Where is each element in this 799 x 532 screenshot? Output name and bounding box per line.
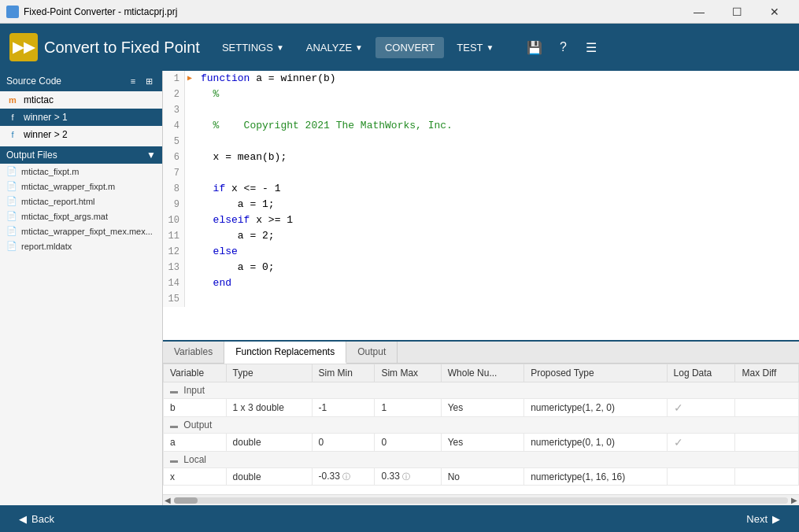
cell-a-logdata: ✓ xyxy=(667,434,735,452)
line-marker-12 xyxy=(185,244,194,260)
scroll-left-icon[interactable]: ◀ xyxy=(165,496,171,504)
output-file-icon6: 📄 xyxy=(6,241,17,251)
output-file-icon: 📄 xyxy=(6,166,17,176)
file-icon-f2: f xyxy=(6,128,19,141)
table-row-b: b 1 x 3 double -1 1 Yes numerictype(1, 2… xyxy=(164,399,799,417)
output-item-mldatx[interactable]: 📄 report.mldatx xyxy=(0,238,162,253)
tab-function-replacements[interactable]: Function Replacements xyxy=(224,342,346,364)
line-marker-8 xyxy=(185,181,194,197)
test-button[interactable]: TEST ▼ xyxy=(447,37,503,58)
output-file-icon2: 📄 xyxy=(6,181,17,191)
menu-button[interactable]: ☰ xyxy=(579,35,604,60)
cell-b-var: b xyxy=(164,399,227,417)
code-line-14: 14 end xyxy=(163,275,799,291)
source-code-label: Source Code xyxy=(6,76,61,87)
maximize-button[interactable]: ☐ xyxy=(719,0,755,24)
tab-output[interactable]: Output xyxy=(346,342,398,363)
cell-x-type: double xyxy=(226,468,312,486)
cell-b-type: 1 x 3 double xyxy=(226,399,312,417)
next-arrow-icon: ▶ xyxy=(772,513,780,525)
output-item-label: mtictac_wrapper_fixpt.m xyxy=(21,182,115,191)
line-marker-4 xyxy=(185,118,194,134)
expand-local-icon[interactable]: ▬ xyxy=(170,456,178,464)
code-editor-area: 1 ▶ function a = winner(b) 2 % 3 xyxy=(163,71,799,340)
output-item-label: mtictac_report.html xyxy=(21,197,95,206)
line-marker-11 xyxy=(185,228,194,244)
output-item-label: mtictac_fixpt.m xyxy=(21,167,79,176)
check-a-logdata: ✓ xyxy=(674,436,683,449)
cell-b-simmax: 1 xyxy=(375,399,441,417)
line-marker-7 xyxy=(185,165,194,181)
footer: ◀ Back Next ▶ xyxy=(0,505,799,532)
section-local: ▬ Local xyxy=(164,452,799,468)
list-view-icon[interactable]: ≡ xyxy=(126,74,140,88)
scroll-right-icon[interactable]: ▶ xyxy=(791,496,797,504)
output-item-args-mat[interactable]: 📄 mtictac_fixpt_args.mat xyxy=(0,209,162,224)
output-item-wrapper-fixpt[interactable]: 📄 mtictac_wrapper_fixpt.m xyxy=(0,179,162,194)
header-icons: 💾 ? ☰ xyxy=(522,35,604,60)
sidebar-item-winner1[interactable]: f winner > 1 xyxy=(0,109,162,126)
col-whole-num: Whole Nu... xyxy=(441,364,523,382)
output-item-mex[interactable]: 📄 mtictac_wrapper_fixpt_mex.mex... xyxy=(0,224,162,238)
code-editor[interactable]: 1 ▶ function a = winner(b) 2 % 3 xyxy=(163,71,799,340)
expand-output-icon[interactable]: ▬ xyxy=(170,421,178,430)
code-line-5: 5 xyxy=(163,134,799,150)
help-button[interactable]: ? xyxy=(550,35,575,60)
header-nav: SETTINGS ▼ ANALYZE ▼ CONVERT TEST ▼ xyxy=(213,37,504,58)
title-bar: Fixed-Point Converter - mtictacprj.prj —… xyxy=(0,0,799,24)
app-icon xyxy=(6,6,19,18)
line-marker-2 xyxy=(185,87,194,102)
cell-x-var: x xyxy=(164,468,227,486)
settings-arrow-icon: ▼ xyxy=(276,43,284,52)
analyze-button[interactable]: ANALYZE ▼ xyxy=(297,37,372,58)
section-input: ▬ Input xyxy=(164,382,799,399)
output-item-label: mtictac_wrapper_fixpt_mex.mex... xyxy=(21,227,153,236)
output-files-header: Output Files ▼ xyxy=(0,146,162,164)
close-button[interactable]: ✕ xyxy=(756,0,793,24)
window-title: Fixed-Point Converter - mtictacprj.prj xyxy=(24,6,681,17)
code-line-3: 3 xyxy=(163,102,799,118)
cell-x-whole: No xyxy=(441,468,523,486)
cell-a-whole: Yes xyxy=(441,434,523,452)
settings-button[interactable]: SETTINGS ▼ xyxy=(213,37,294,58)
file-icon-f1: f xyxy=(6,111,19,124)
bottom-tabs: Variables Function Replacements Output xyxy=(163,342,799,364)
bottom-panel: Variables Function Replacements Output V… xyxy=(163,340,799,505)
cell-b-logdata: ✓ xyxy=(667,399,735,417)
cell-b-simmin: -1 xyxy=(312,399,375,417)
cell-a-simmin: 0 xyxy=(312,434,375,452)
sim-max-info-icon: ⓘ xyxy=(402,472,410,481)
convert-button[interactable]: CONVERT xyxy=(375,37,444,58)
code-line-13: 13 a = 0; xyxy=(163,260,799,275)
sidebar-item-winner2[interactable]: f winner > 2 xyxy=(0,126,162,143)
tab-variables[interactable]: Variables xyxy=(163,342,224,363)
minimize-button[interactable]: — xyxy=(681,0,717,24)
horizontal-scrollbar: ◀ ▶ xyxy=(163,494,799,505)
output-item-report-html[interactable]: 📄 mtictac_report.html xyxy=(0,194,162,209)
scroll-thumb[interactable] xyxy=(174,497,198,504)
grid-view-icon[interactable]: ⊞ xyxy=(142,74,156,88)
line-marker-10 xyxy=(185,212,194,228)
cell-x-logdata xyxy=(667,468,735,486)
code-line-11: 11 a = 2; xyxy=(163,228,799,244)
output-item-fixpt[interactable]: 📄 mtictac_fixpt.m xyxy=(0,164,162,179)
back-button[interactable]: ◀ Back xyxy=(9,510,64,528)
cell-a-maxdiff xyxy=(735,434,799,452)
line-marker-14 xyxy=(185,275,194,291)
expand-input-icon[interactable]: ▬ xyxy=(170,386,178,395)
cell-x-maxdiff xyxy=(735,468,799,486)
line-marker-15 xyxy=(185,291,194,307)
col-sim-min: Sim Min xyxy=(312,364,375,382)
section-output: ▬ Output xyxy=(164,417,799,434)
sidebar-item-label: winner > 1 xyxy=(24,112,68,123)
cell-a-simmax: 0 xyxy=(375,434,441,452)
header: ▶▶ Convert to Fixed Point SETTINGS ▼ ANA… xyxy=(0,24,799,71)
col-log-data: Log Data xyxy=(667,364,735,382)
next-button[interactable]: Next ▶ xyxy=(737,510,790,528)
sidebar-item-label: mtictac xyxy=(24,94,54,105)
variables-table-scroll[interactable]: Variable Type Sim Min Sim Max Whole Nu..… xyxy=(163,364,799,494)
test-arrow-icon: ▼ xyxy=(486,43,494,52)
save-button[interactable]: 💾 xyxy=(522,35,547,60)
output-chevron-icon: ▼ xyxy=(146,150,156,161)
sidebar-item-mtictac[interactable]: m mtictac xyxy=(0,91,162,109)
